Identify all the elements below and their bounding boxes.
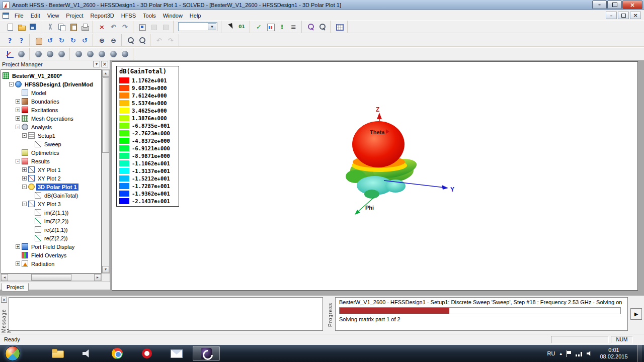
- message-close-icon[interactable]: [1, 297, 7, 303]
- expander-collapse-icon[interactable]: -: [16, 159, 20, 163]
- taskbar-opera-browser[interactable]: [133, 346, 160, 361]
- zoom-out-button[interactable]: ⊖: [108, 35, 119, 46]
- rotate-center-button[interactable]: ↺: [79, 35, 91, 46]
- tree-horizontal-scrollbar[interactable]: [1, 274, 102, 281]
- scroll-thumb[interactable]: [102, 77, 109, 153]
- tree-item-mesh-operations[interactable]: +Mesh Operations: [1, 114, 101, 123]
- scroll-up-icon[interactable]: [102, 70, 109, 77]
- menu-edit[interactable]: Edit: [27, 12, 44, 20]
- taskbar-volume-mixer[interactable]: [74, 346, 101, 361]
- view-side-button[interactable]: [56, 48, 67, 59]
- mdi-restore-button[interactable]: [618, 12, 629, 19]
- tree-item-field-overlays[interactable]: Field Overlays: [1, 251, 101, 259]
- view-iso-4-button[interactable]: [108, 48, 119, 59]
- view-front-button[interactable]: [44, 48, 56, 59]
- print-button[interactable]: [79, 21, 91, 32]
- tray-hidden-icons-icon[interactable]: ▴: [559, 351, 562, 356]
- expander-expand-icon[interactable]: +: [16, 108, 20, 112]
- tree-item-im-z-2-2[interactable]: im(Z(2,2)): [1, 217, 101, 225]
- minimize-button[interactable]: [592, 1, 607, 9]
- close-button[interactable]: [622, 1, 642, 9]
- pick-tool-button[interactable]: [224, 21, 236, 32]
- analyze-all-button[interactable]: !: [276, 21, 288, 32]
- mdi-minimize-button[interactable]: [606, 12, 617, 19]
- show-desktop-button[interactable]: [637, 345, 642, 362]
- tree-item-re-z-1-1[interactable]: re(Z(1,1)): [1, 225, 101, 234]
- scroll-down-icon[interactable]: [102, 266, 109, 273]
- polar-plot-3d[interactable]: Z Theta Y Phi: [112, 62, 637, 290]
- tree-item-xy-plot-2[interactable]: +XY Plot 2: [1, 174, 101, 183]
- context-help-button[interactable]: ?: [16, 35, 27, 46]
- menu-hfss[interactable]: HFSS: [118, 12, 139, 20]
- view-iso-5-button[interactable]: [119, 48, 131, 59]
- delete-button[interactable]: ×: [96, 21, 108, 32]
- expander-collapse-icon[interactable]: -: [22, 133, 27, 138]
- menu-project[interactable]: Project: [62, 12, 87, 20]
- expander-expand-icon[interactable]: +: [16, 99, 20, 104]
- mdi-close-button[interactable]: [630, 12, 641, 19]
- view-iso-1-button[interactable]: [73, 48, 85, 59]
- tree-vertical-scrollbar[interactable]: [102, 69, 110, 274]
- view-iso-3-button[interactable]: [96, 48, 108, 59]
- rotate-view-button[interactable]: ↻: [56, 35, 67, 46]
- menu-file[interactable]: File: [11, 12, 27, 20]
- tray-network-icon[interactable]: [576, 350, 583, 356]
- expander-expand-icon[interactable]: +: [22, 167, 27, 172]
- taskbar-ansoft-hfss-app[interactable]: [193, 346, 220, 361]
- maximize-button[interactable]: [607, 1, 622, 9]
- tree-item-setup1[interactable]: -Setup1: [1, 131, 101, 140]
- taskbar-windows-explorer[interactable]: [44, 346, 71, 361]
- coordinate-axes-button[interactable]: [4, 48, 16, 59]
- expander-expand-icon[interactable]: +: [16, 116, 20, 121]
- scroll-left-icon[interactable]: [1, 274, 8, 281]
- tree-item-model[interactable]: Model: [1, 88, 101, 97]
- expander-collapse-icon[interactable]: -: [22, 202, 27, 206]
- tree-item-hfssdesign1-drivenmod[interactable]: -HFSSDesign1 (DrivenMod: [1, 80, 101, 88]
- report-canvas[interactable]: Z Theta Y Phi dB(GainTotal) 1.1762e+0019…: [112, 61, 638, 291]
- taskbar-clock[interactable]: 0:01 08.02.2015: [597, 347, 630, 360]
- redo-button[interactable]: ↷: [119, 21, 131, 32]
- project-tree[interactable]: BesterW_V1_2600*-HFSSDesign1 (DrivenModM…: [1, 69, 102, 274]
- expander-collapse-icon[interactable]: -: [9, 82, 14, 86]
- start-button[interactable]: [5, 346, 20, 361]
- tree-item-analysis[interactable]: -Analysis: [1, 123, 101, 131]
- tree-item-sweep[interactable]: Sweep: [1, 140, 101, 148]
- menu-window[interactable]: Window: [159, 12, 186, 20]
- view-iso-2-button[interactable]: [85, 48, 96, 59]
- undo-button[interactable]: ↶: [108, 21, 119, 32]
- tree-item-3d-polar-plot-1[interactable]: -3D Polar Plot 1: [1, 183, 101, 191]
- tree-item-radiation[interactable]: +Radiation: [1, 259, 101, 268]
- project-manager-header[interactable]: Project Manager: [0, 60, 110, 69]
- panel-menu-icon[interactable]: [93, 61, 100, 67]
- tree-item-optimetrics[interactable]: Optimetrics: [1, 148, 101, 157]
- panel-close-icon[interactable]: [101, 61, 108, 67]
- tree-item-db-gaintotal[interactable]: dB(GainTotal): [1, 191, 101, 200]
- menu-help[interactable]: Help: [186, 12, 205, 20]
- object-visibility-button[interactable]: 01: [236, 21, 248, 32]
- tree-item-xy-plot-1[interactable]: +XY Plot 1: [1, 165, 101, 174]
- expander-collapse-icon[interactable]: -: [16, 125, 20, 129]
- progress-detail-button[interactable]: [630, 308, 642, 320]
- scroll-thumb-horizontal[interactable]: [31, 274, 71, 281]
- rotate-model-button[interactable]: ↺: [44, 35, 56, 46]
- tray-volume-icon[interactable]: [587, 350, 593, 356]
- tree-item-results[interactable]: -Results: [1, 157, 101, 165]
- validate-button[interactable]: ✓: [253, 21, 265, 32]
- copy-button[interactable]: [56, 21, 67, 32]
- tree-item-port-field-display[interactable]: +Port Field Display: [1, 242, 101, 251]
- matrix-data-button[interactable]: [334, 21, 345, 32]
- language-indicator[interactable]: RU: [547, 350, 555, 356]
- pan-button[interactable]: [33, 35, 44, 46]
- material-filter[interactable]: [178, 22, 217, 31]
- tune-button[interactable]: [316, 21, 328, 32]
- expander-expand-icon[interactable]: +: [22, 176, 27, 180]
- view-top-button[interactable]: [33, 48, 44, 59]
- new-project-button[interactable]: [4, 21, 16, 32]
- tree-item-xy-plot-3[interactable]: -XY Plot 3: [1, 200, 101, 208]
- expander-collapse-icon[interactable]: -: [22, 185, 27, 189]
- select-mode-button[interactable]: [136, 21, 148, 32]
- analysis-results-button[interactable]: [265, 21, 276, 32]
- expander-expand-icon[interactable]: +: [16, 244, 20, 249]
- tree-item-excitations[interactable]: +Excitations: [1, 106, 101, 114]
- open-project-button[interactable]: [16, 21, 27, 32]
